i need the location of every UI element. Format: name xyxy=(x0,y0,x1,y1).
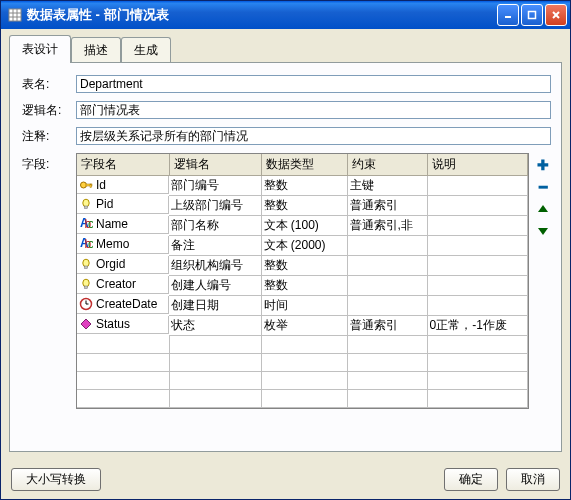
table-row[interactable]: Pid上级部门编号整数普通索引 xyxy=(77,196,528,216)
svg-text:c: c xyxy=(88,217,93,231)
cell-description xyxy=(427,276,528,296)
cell-logical-name: 组织机构编号 xyxy=(169,256,261,276)
cell-logical-name: 备注 xyxy=(169,236,261,256)
key-icon xyxy=(79,178,93,192)
cell-description xyxy=(427,256,528,276)
cell-constraint xyxy=(347,256,427,276)
svg-marker-27 xyxy=(81,319,91,329)
cell-description xyxy=(427,196,528,216)
svg-rect-0 xyxy=(9,9,21,21)
cell-constraint: 普通索引,非 xyxy=(347,216,427,236)
label-note: 注释: xyxy=(22,128,76,145)
table-row[interactable]: Status状态枚举普通索引0正常，-1作废 xyxy=(77,316,528,336)
table-row-empty[interactable] xyxy=(77,390,528,408)
cell-constraint: 普通索引 xyxy=(347,316,427,336)
cell-description xyxy=(427,176,528,196)
col-description[interactable]: 说明 xyxy=(427,154,528,176)
minimize-button[interactable] xyxy=(497,4,519,26)
tab-description[interactable]: 描述 xyxy=(71,37,121,62)
svg-text:c: c xyxy=(88,237,93,251)
abc-icon: Abc xyxy=(79,237,93,251)
svg-point-22 xyxy=(83,279,89,287)
fields-grid[interactable]: 字段名 逻辑名 数据类型 约束 说明 Id部门编号整数主键Pid上级部门编号整数… xyxy=(76,153,529,409)
case-toggle-button[interactable]: 大小写转换 xyxy=(11,468,101,491)
tab-panel: 表名: 逻辑名: 注释: 字段: 字段名 xyxy=(9,62,562,452)
window-controls xyxy=(497,4,567,26)
table-row[interactable]: AbcMemo备注文本 (2000) xyxy=(77,236,528,256)
cancel-button[interactable]: 取消 xyxy=(506,468,560,491)
cell-logical-name: 状态 xyxy=(169,316,261,336)
cell-constraint xyxy=(347,236,427,256)
col-logical-name[interactable]: 逻辑名 xyxy=(169,154,261,176)
svg-rect-23 xyxy=(85,286,88,289)
remove-field-button[interactable]: ━ xyxy=(535,179,551,195)
cell-data-type: 枚举 xyxy=(261,316,347,336)
tab-generate[interactable]: 生成 xyxy=(121,37,171,62)
tab-design[interactable]: 表设计 xyxy=(9,35,71,63)
dialog-window: 数据表属性 - 部门情况表 表设计 描述 生成 表名: 逻辑名: 注释: xyxy=(0,0,571,500)
bulb-icon xyxy=(79,257,93,271)
cell-description xyxy=(427,296,528,316)
label-table-name: 表名: xyxy=(22,76,76,93)
table-row[interactable]: Orgid组织机构编号整数 xyxy=(77,256,528,276)
cell-description: 0正常，-1作废 xyxy=(427,316,528,336)
svg-marker-28 xyxy=(538,205,548,212)
cell-description xyxy=(427,216,528,236)
cell-data-type: 整数 xyxy=(261,196,347,216)
cell-logical-name: 部门编号 xyxy=(169,176,261,196)
cell-field-name: Status xyxy=(96,317,130,331)
clock-icon xyxy=(79,297,93,311)
input-table-name[interactable] xyxy=(76,75,551,93)
cell-data-type: 整数 xyxy=(261,256,347,276)
cell-constraint xyxy=(347,296,427,316)
cell-description xyxy=(427,236,528,256)
cell-logical-name: 上级部门编号 xyxy=(169,196,261,216)
svg-rect-21 xyxy=(85,266,88,269)
cell-data-type: 时间 xyxy=(261,296,347,316)
window-title: 数据表属性 - 部门情况表 xyxy=(27,6,497,24)
table-row[interactable]: Creator创建人编号整数 xyxy=(77,276,528,296)
cell-constraint: 普通索引 xyxy=(347,196,427,216)
cell-data-type: 文本 (100) xyxy=(261,216,347,236)
input-logical-name[interactable] xyxy=(76,101,551,119)
abc-icon: Abc xyxy=(79,217,93,231)
tab-strip: 表设计 描述 生成 xyxy=(9,35,562,62)
cell-field-name: Orgid xyxy=(96,257,125,271)
close-button[interactable] xyxy=(545,4,567,26)
svg-rect-13 xyxy=(85,206,88,209)
titlebar[interactable]: 数据表属性 - 部门情况表 xyxy=(1,1,570,29)
bulb-icon xyxy=(79,277,93,291)
client-area: 表设计 描述 生成 表名: 逻辑名: 注释: 字段: xyxy=(1,29,570,460)
table-row[interactable]: CreateDate创建日期时间 xyxy=(77,296,528,316)
diamond-icon xyxy=(79,317,93,331)
cell-field-name: Pid xyxy=(96,197,113,211)
table-row[interactable]: Id部门编号整数主键 xyxy=(77,176,528,196)
add-field-button[interactable]: ✚ xyxy=(535,157,551,173)
bulb-icon xyxy=(79,197,93,211)
dialog-footer: 大小写转换 确定 取消 xyxy=(1,460,570,499)
table-row-empty[interactable] xyxy=(77,354,528,372)
cell-field-name: Id xyxy=(96,178,106,192)
cell-data-type: 文本 (2000) xyxy=(261,236,347,256)
input-note[interactable] xyxy=(76,127,551,145)
label-logical-name: 逻辑名: xyxy=(22,102,76,119)
cell-constraint xyxy=(347,276,427,296)
col-data-type[interactable]: 数据类型 xyxy=(261,154,347,176)
cell-logical-name: 创建人编号 xyxy=(169,276,261,296)
label-fields: 字段: xyxy=(22,156,76,173)
col-field-name[interactable]: 字段名 xyxy=(77,154,169,176)
cell-data-type: 整数 xyxy=(261,176,347,196)
col-constraint[interactable]: 约束 xyxy=(347,154,427,176)
cell-field-name: CreateDate xyxy=(96,297,157,311)
cell-data-type: 整数 xyxy=(261,276,347,296)
maximize-button[interactable] xyxy=(521,4,543,26)
ok-button[interactable]: 确定 xyxy=(444,468,498,491)
table-row-empty[interactable] xyxy=(77,336,528,354)
table-row-empty[interactable] xyxy=(77,372,528,390)
cell-field-name: Name xyxy=(96,217,128,231)
table-row[interactable]: AbcName部门名称文本 (100)普通索引,非 xyxy=(77,216,528,236)
cell-field-name: Creator xyxy=(96,277,136,291)
move-down-button[interactable] xyxy=(535,223,551,239)
cell-field-name: Memo xyxy=(96,237,129,251)
move-up-button[interactable] xyxy=(535,201,551,217)
